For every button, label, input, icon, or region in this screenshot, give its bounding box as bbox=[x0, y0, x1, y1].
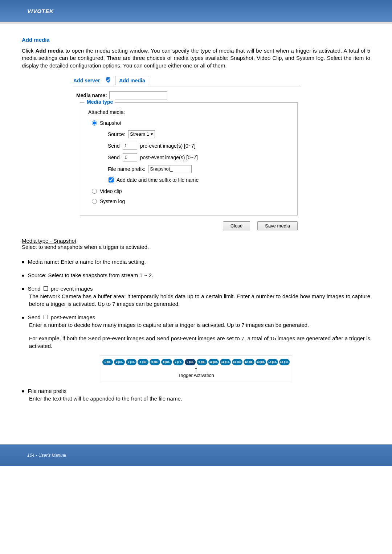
bullet-post-event: Send post-event images Enter a number to… bbox=[22, 313, 370, 350]
pic-cell: 4 pic. bbox=[138, 359, 148, 365]
media-type-fieldset: Media type Attached media: Snapshot Sour… bbox=[80, 102, 298, 216]
pic-cell: 10 pic. bbox=[208, 359, 219, 365]
radio-syslog-row: System log bbox=[92, 198, 291, 204]
pic-cell: 3 pic. bbox=[126, 359, 136, 365]
attached-label: Attached media: bbox=[88, 109, 291, 115]
pic-cell: 5 pic. bbox=[150, 359, 160, 365]
pic-cell: 11 pic. bbox=[220, 359, 230, 365]
bullet-pre-body: The Network Camera has a buffer area; it… bbox=[29, 292, 370, 308]
suffix-checkbox-label: Add date and time suffix to file name bbox=[117, 177, 199, 183]
bullet-example: For example, if both the Send pre-event … bbox=[29, 335, 370, 350]
bullet-pre-tail: pre-event images bbox=[51, 285, 93, 292]
pre-event-suffix: pre-event image(s) [0~7] bbox=[140, 143, 196, 149]
send-label-pre: Send bbox=[108, 143, 120, 149]
snapshot-subgroup: Source: Stream 1 ▾ Send pre-event image(… bbox=[108, 130, 291, 183]
pic-cell: 7 pic. bbox=[173, 359, 184, 365]
trigger-label: Trigger Activation bbox=[102, 373, 290, 378]
media-dialog: Add server Add media Media name: Media t… bbox=[73, 76, 301, 230]
content-area: Add media Click Add media to open the me… bbox=[0, 24, 392, 423]
pic-cell: 1 pic. bbox=[102, 359, 113, 365]
radio-system-log[interactable] bbox=[92, 199, 97, 204]
source-label: Source: bbox=[108, 131, 125, 137]
top-banner: VIVOTEK bbox=[0, 0, 392, 22]
sub-paragraph: Select to send snapshots when a trigger … bbox=[22, 244, 370, 250]
intro-paragraph: Click Add media to open the media settin… bbox=[22, 47, 370, 69]
pic-cell: 14 pic. bbox=[267, 359, 278, 365]
pic-cell: 2 pic. bbox=[114, 359, 124, 365]
save-media-button[interactable]: Save media bbox=[257, 221, 298, 230]
chevron-down-icon: ▾ bbox=[151, 131, 153, 137]
pic-cell: 10 pic. bbox=[232, 359, 242, 365]
media-name-input[interactable] bbox=[109, 91, 167, 99]
tab-add-media[interactable]: Add media bbox=[115, 76, 149, 85]
radio-video-clip[interactable] bbox=[92, 189, 97, 194]
prefix-row: File name prefix: bbox=[108, 165, 291, 173]
radio-video-row: Video clip bbox=[92, 188, 291, 194]
add-media-bold: Add media bbox=[36, 48, 64, 54]
close-button[interactable]: Close bbox=[223, 221, 250, 230]
bullet-post-tail: post-event images bbox=[51, 313, 95, 321]
suffix-checkbox[interactable] bbox=[109, 177, 114, 182]
dialog-tabs: Add server Add media bbox=[73, 76, 301, 85]
dotted-focus bbox=[108, 177, 114, 183]
prefix-input[interactable] bbox=[148, 165, 192, 173]
send-label-post: Send bbox=[108, 155, 120, 160]
bullet-media-name: Media name: Enter a name for the media s… bbox=[22, 258, 370, 266]
bullet-source: Source: Select to take snapshots from st… bbox=[22, 271, 370, 279]
fieldset-legend: Media type bbox=[85, 99, 115, 105]
pics-row: 1 pic.2 pic.3 pic.4 pic.5 pic.6 pic.7 pi… bbox=[102, 359, 290, 365]
checkbox-placeholder-icon bbox=[44, 286, 48, 291]
pre-event-input[interactable] bbox=[123, 142, 137, 150]
shield-icon bbox=[105, 77, 111, 84]
pic-cell: 9 pic. bbox=[197, 359, 207, 365]
source-row: Source: Stream 1 ▾ bbox=[108, 130, 291, 138]
pic-cell: 13 pic. bbox=[256, 359, 266, 365]
prefix-label: File name prefix: bbox=[108, 166, 145, 172]
pre-event-row: Send pre-event image(s) [0~7] bbox=[108, 142, 291, 150]
radio-snapshot[interactable] bbox=[92, 120, 97, 126]
checkbox-placeholder-icon bbox=[44, 315, 48, 319]
radio-snapshot-row: Snapshot bbox=[92, 120, 291, 126]
suffix-checkbox-row: Add date and time suffix to file name bbox=[108, 177, 291, 183]
bullet-post-head: Send bbox=[28, 313, 41, 321]
dialog-buttons: Close Save media bbox=[73, 221, 301, 230]
source-select[interactable]: Stream 1 ▾ bbox=[128, 130, 155, 138]
pic-cell: 15 pic. bbox=[279, 359, 290, 365]
footer-band: 104 - User's Manual bbox=[0, 444, 392, 466]
section-title: Add media bbox=[22, 37, 370, 43]
post-event-input[interactable] bbox=[123, 153, 137, 161]
arrow-up-icon: ↑ bbox=[102, 367, 290, 371]
radio-video-label: Video clip bbox=[100, 188, 122, 194]
bullet-media-name-text: Media name: Enter a name for the media s… bbox=[28, 258, 146, 266]
tab-add-server[interactable]: Add server bbox=[73, 76, 101, 85]
source-value: Stream 1 bbox=[130, 131, 149, 137]
tab-underline bbox=[73, 86, 301, 86]
pic-cell: 12 pic. bbox=[244, 359, 254, 365]
radio-syslog-label: System log bbox=[100, 198, 125, 204]
post-event-row: Send post-event image(s) [0~7] bbox=[108, 153, 291, 161]
footer-text: 104 - User's Manual bbox=[27, 453, 66, 458]
bullet-post-body: Enter a number to decide how many images… bbox=[29, 321, 370, 329]
bullet-file-prefix-body: Enter the text that will be appended to … bbox=[29, 395, 370, 402]
media-name-row: Media name: bbox=[76, 91, 301, 99]
radio-snapshot-label: Snapshot bbox=[100, 120, 121, 126]
bullet-file-prefix: File name prefix Enter the text that wil… bbox=[22, 387, 370, 402]
post-event-suffix: post-event image(s) [0~7] bbox=[140, 155, 198, 160]
bullet-source-text: Source: Select to take snapshots from st… bbox=[28, 271, 154, 279]
bullet-pre-head: Send bbox=[28, 285, 41, 292]
bullet-pre-event: Send pre-event images The Network Camera… bbox=[22, 285, 370, 308]
bullet-file-prefix-head: File name prefix bbox=[28, 387, 67, 395]
media-name-label: Media name: bbox=[76, 93, 107, 98]
pic-cell: 6 pic. bbox=[161, 359, 172, 365]
brand-text: VIVOTEK bbox=[27, 8, 54, 14]
subheading-media-type: Media type - Snapshot bbox=[22, 238, 370, 244]
trigger-diagram: 1 pic.2 pic.3 pic.4 pic.5 pic.6 pic.7 pi… bbox=[100, 356, 292, 382]
pic-cell: 8 pic. bbox=[185, 359, 195, 365]
